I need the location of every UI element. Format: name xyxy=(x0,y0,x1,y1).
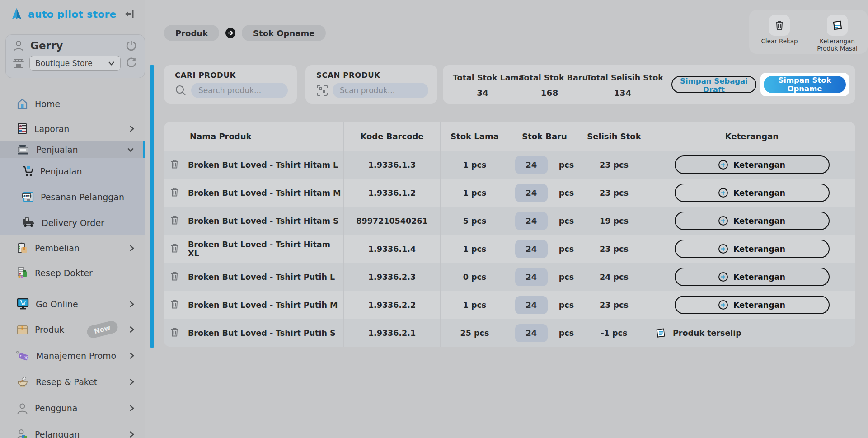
stok-lama-cell: 5 pcs xyxy=(441,207,509,235)
stok-lama-cell: 25 pcs xyxy=(441,319,509,347)
sidebar-item-home[interactable]: Home xyxy=(0,91,145,116)
chevron-right-icon xyxy=(129,378,134,386)
product-box-icon xyxy=(16,324,28,336)
selisih-stok-cell: 23 pcs xyxy=(580,179,648,207)
stok-lama-cell: 1 pcs xyxy=(441,235,509,263)
logout-power-icon[interactable] xyxy=(125,40,137,52)
keterangan-produk-masal-button[interactable]: Keterangan Produk Masal xyxy=(810,15,865,52)
keterangan-button[interactable]: Keterangan xyxy=(675,296,830,314)
product-name: Broken But Loved - Tshirt Hitam M xyxy=(188,188,341,198)
prescription-icon xyxy=(16,267,28,279)
keterangan-button[interactable]: Keterangan xyxy=(675,155,830,174)
sidebar-collapse-icon[interactable] xyxy=(123,9,134,19)
sidebar-item-laporan[interactable]: Laporan xyxy=(0,116,145,141)
barcode-cell: 1.9336.1.3 xyxy=(344,151,441,179)
sidebar-item-manajemen-promo[interactable]: % Manajemen Promo xyxy=(0,343,145,369)
unit-label: pcs xyxy=(559,217,574,226)
chevron-right-icon xyxy=(129,301,134,308)
note-icon xyxy=(827,15,848,36)
simpan-stok-opname-button[interactable]: Simpan Stok Opname xyxy=(764,76,846,93)
clear-rekap-button[interactable]: Clear Rekap xyxy=(752,15,807,45)
cari-produk-title: CARI PRODUK xyxy=(175,71,288,80)
delete-row-icon[interactable] xyxy=(170,243,179,255)
summary-card: Total Stok Lama 34 Total Stok Baru 168 T… xyxy=(443,65,855,104)
stok-lama-cell: 1 pcs xyxy=(441,151,509,179)
table-row: Broken But Loved - Tshirt Putih M 1.9336… xyxy=(164,291,855,319)
delete-row-icon[interactable] xyxy=(170,299,179,311)
sidebar-item-resep-dokter[interactable]: Resep Dokter xyxy=(0,260,145,285)
chevron-down-icon xyxy=(108,61,115,66)
sidebar-item-label: Pembelian xyxy=(35,243,80,253)
total-stok-lama: Total Stok Lama 34 xyxy=(453,65,512,104)
column-header-keterangan: Keterangan xyxy=(648,122,855,151)
sidebar-item-label: Pengguna xyxy=(35,403,77,413)
save-button-spotlight: Simpan Stok Opname xyxy=(760,73,849,96)
store-selector[interactable]: Boutique Store xyxy=(29,56,121,71)
sidebar-item-pengguna[interactable]: Pengguna xyxy=(0,395,145,421)
stock-opname-page: { "app": { "logo_text": "auto pilot stor… xyxy=(0,0,868,438)
sidebar-item-resep-paket[interactable]: Resep & Paket xyxy=(0,369,145,395)
scan-produk-input[interactable] xyxy=(333,83,428,98)
stok-lama-cell: 1 pcs xyxy=(441,179,509,207)
column-header-nama-produk: Nama Produk xyxy=(164,122,344,151)
mortar-pestle-icon xyxy=(16,376,29,388)
keterangan-button[interactable]: Keterangan xyxy=(675,184,830,202)
breadcrumb-item-produk[interactable]: Produk xyxy=(164,25,219,41)
sidebar-item-label: Home xyxy=(35,99,60,109)
sidebar-item-pelanggan[interactable]: Pelanggan xyxy=(0,421,145,438)
delete-row-icon[interactable] xyxy=(170,159,179,171)
barcode-cell: 1.9336.1.2 xyxy=(344,179,441,207)
sidebar-item-go-online[interactable]: Go Online xyxy=(0,292,145,316)
breadcrumb-item-stok-opname[interactable]: Stok Opname xyxy=(242,25,326,41)
sidebar-subitem-delivery-order[interactable]: Delivery Order xyxy=(0,210,145,235)
breadcrumb: Produk Stok Opname xyxy=(164,25,326,41)
sidebar-item-label: Penjualan xyxy=(40,166,82,176)
table-row: Broken But Loved - Tshirt Putih L 1.9336… xyxy=(164,263,855,291)
selisih-stok-cell: 23 pcs xyxy=(580,151,648,179)
unit-label: pcs xyxy=(559,160,574,170)
table-row: Broken But Loved - Tshirt Hitam XL 1.933… xyxy=(164,235,855,263)
cart-icon xyxy=(22,165,34,177)
sidebar-subitem-penjualan[interactable]: Penjualan xyxy=(0,158,145,184)
keterangan-button[interactable]: Keterangan xyxy=(675,212,830,230)
sidebar-subitem-pesanan-pelanggan[interactable]: ORDER Pesanan Pelanggan xyxy=(0,184,145,210)
delete-row-icon[interactable] xyxy=(170,327,179,339)
store-selector-value: Boutique Store xyxy=(35,59,93,68)
stok-baru-input[interactable] xyxy=(515,156,548,174)
sidebar-item-penjualan[interactable]: Penjualan xyxy=(0,141,145,158)
refresh-icon[interactable] xyxy=(125,57,137,69)
stok-baru-input[interactable] xyxy=(515,268,548,286)
keterangan-button[interactable]: Keterangan xyxy=(675,268,830,286)
total-label: Total Stok Baru xyxy=(520,73,579,82)
table-row: Broken But Loved - Tshirt Hitam M 1.9336… xyxy=(164,179,855,207)
delete-row-icon[interactable] xyxy=(170,215,179,227)
header-actions-panel: Clear Rekap Keterangan Produk Masal xyxy=(749,10,868,54)
sidebar-item-label: Delivery Order xyxy=(42,218,104,228)
selisih-stok-cell: -1 pcs xyxy=(580,319,648,347)
sidebar-item-label: Manajemen Promo xyxy=(36,351,116,361)
stok-baru-input[interactable] xyxy=(515,240,548,258)
simpan-sebagai-draft-button[interactable]: Simpan Sebagai Draft xyxy=(671,76,756,93)
sidebar-item-pembelian[interactable]: Pembelian xyxy=(0,235,145,260)
keterangan-button[interactable]: Keterangan xyxy=(675,240,830,258)
sidebar-item-label: Pesanan Pelanggan xyxy=(41,192,124,202)
sidebar-item-produk[interactable]: Produk New xyxy=(0,316,145,343)
plus-circle-icon xyxy=(718,160,728,170)
stok-lama-cell: 0 pcs xyxy=(441,263,509,291)
product-name: Broken But Loved - Tshirt Putih L xyxy=(188,273,335,282)
stok-baru-input[interactable] xyxy=(515,324,548,342)
stok-baru-input[interactable] xyxy=(515,184,548,202)
search-produk-input[interactable] xyxy=(191,83,288,98)
stok-baru-input[interactable] xyxy=(515,212,548,230)
delete-row-icon[interactable] xyxy=(170,271,179,283)
plus-circle-icon xyxy=(718,216,728,226)
product-name: Broken But Loved - Tshirt Putih S xyxy=(188,329,336,338)
column-header-selisih-stok: Selisih Stok xyxy=(580,122,648,151)
scan-produk-card: SCAN PRODUK xyxy=(305,65,437,104)
delete-row-icon[interactable] xyxy=(170,187,179,199)
breadcrumb-arrow-icon xyxy=(225,28,236,38)
stok-baru-input[interactable] xyxy=(515,296,548,314)
truck-icon xyxy=(22,217,35,228)
product-name: Broken But Loved - Tshirt Hitam XL xyxy=(188,240,343,258)
sidebar-item-label: Go Online xyxy=(36,299,78,309)
